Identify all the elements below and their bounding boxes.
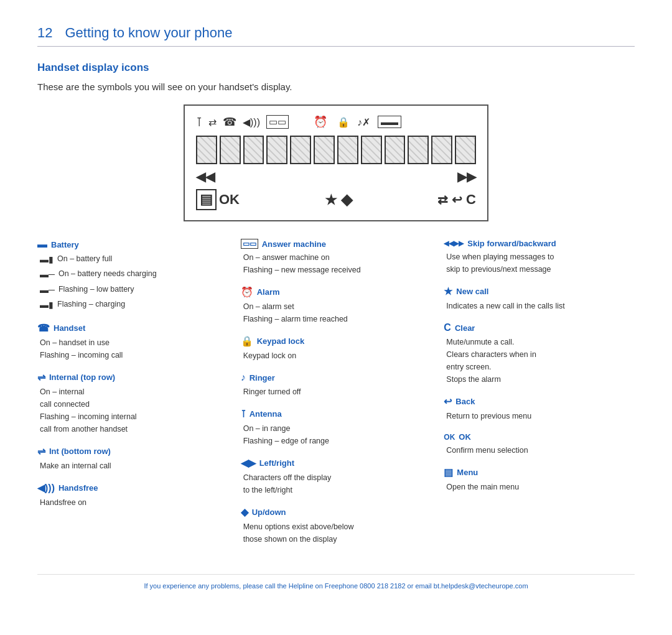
display-segments-row — [196, 136, 476, 164]
ringer-display-icon: ♪✗ — [357, 116, 370, 128]
seg-char-4 — [266, 136, 287, 164]
clear-icon: C — [444, 322, 451, 333]
group-left-right: ◀▶ Left/right Characters off the display… — [241, 457, 432, 496]
seg-char-3 — [243, 136, 264, 164]
nav-right-arrows: ▶▶ — [457, 169, 476, 184]
int-bottom-body: Make an internal call — [37, 460, 228, 472]
int-arrows-display: ⇄ — [437, 192, 448, 207]
handset-title: ☎ Handset — [37, 322, 228, 334]
up-down-body: Menu options exist above/below those sho… — [241, 521, 432, 545]
clear-display: C — [466, 192, 476, 208]
alarm-body: On – alarm set Flashing – alarm time rea… — [241, 300, 432, 325]
back-icon: ↩ — [444, 396, 452, 407]
section-title: Handset display icons — [37, 62, 635, 74]
seg-char-9 — [385, 136, 406, 164]
content-area: ▬ Battery ▬▮ On – battery full ▬─ On – b… — [37, 239, 635, 555]
antenna-display-icon: ⊺ — [196, 114, 202, 129]
group-ok: OK OK Confirm menu selection — [444, 432, 635, 457]
display-icons-row: ⊺ ⇄ ☎ ◀))) ▭▭ ⏰ 🔒 ♪✗ ▬▬ — [196, 114, 476, 129]
ok-title: OK OK — [444, 432, 635, 442]
display-bottom-row: ▤ OK ★ ◆ ⇄ ↩ C — [196, 189, 476, 210]
lock-display-icon: 🔒 — [337, 116, 350, 128]
alarm-icon: ⏰ — [241, 286, 253, 298]
battery-item-2: ▬─ On – battery needs charging — [40, 267, 228, 281]
handset-body: On – handset in use Flashing – incoming … — [37, 336, 228, 361]
battery-charging-icon: ▬▮ — [40, 298, 54, 312]
page-footer: If you experience any problems, please c… — [37, 574, 635, 590]
group-handsfree: ◀))) Handsfree Handsfree on — [37, 482, 228, 509]
middle-column: ▭▭ Answer machine On – answer machine on… — [241, 239, 432, 555]
display-bottom-left: ▤ OK — [196, 189, 240, 210]
skip-title: ◀◀▶▶ Skip forward/backward — [444, 239, 635, 248]
new-call-icon: ★ — [444, 285, 452, 297]
answerphone-display-icon: ▭▭ — [266, 115, 289, 129]
seg-char-11 — [431, 136, 452, 164]
internal-top-icon: ⇌ — [37, 371, 45, 383]
ringer-title: ♪ Ringer — [241, 372, 432, 383]
display-bottom-center: ★ ◆ — [325, 191, 352, 208]
group-new-call: ★ New call Indicates a new call in the c… — [444, 285, 635, 312]
handsfree-icon: ◀))) — [37, 482, 55, 494]
group-antenna: ⊺ Antenna On – in range Flashing – edge … — [241, 408, 432, 447]
int-bottom-icon: ⇌ — [37, 445, 45, 457]
clear-body: Mute/unmute a call. Clears characters wh… — [444, 336, 635, 386]
int-bottom-title: ⇌ Int (bottom row) — [37, 445, 228, 457]
back-body: Return to previous menu — [444, 410, 635, 422]
battery-needs-icon: ▬─ — [40, 267, 55, 281]
antenna-title: ⊺ Antenna — [241, 408, 432, 420]
seg-char-7 — [337, 136, 358, 164]
diamond-display: ◆ — [341, 191, 352, 208]
alarm-display-icon: ⏰ — [314, 115, 327, 129]
seg-char-2 — [220, 136, 241, 164]
internal-top-body: On – internal call connected Flashing – … — [37, 386, 228, 435]
antenna-body: On – in range Flashing – edge of range — [241, 422, 432, 447]
menu-icon: ▤ — [444, 466, 453, 478]
page-header: 12 Getting to know your phone — [37, 25, 635, 41]
battery-item-4: ▬▮ Flashing – charging — [40, 298, 228, 312]
battery-body: ▬▮ On – battery full ▬─ On – battery nee… — [37, 253, 228, 312]
skip-icon: ◀◀▶▶ — [444, 239, 464, 248]
new-call-title: ★ New call — [444, 285, 635, 297]
battery-item-3: ▬─ Flashing – low battery — [40, 283, 228, 297]
group-ringer: ♪ Ringer Ringer turned off — [241, 372, 432, 398]
group-up-down: ◆ Up/down Menu options exist above/below… — [241, 506, 432, 545]
answer-machine-icon: ▭▭ — [241, 239, 258, 249]
group-keypad-lock: 🔒 Keypad lock Keypad lock on — [241, 335, 432, 362]
clear-title: C Clear — [444, 322, 635, 333]
ok-display: OK — [219, 192, 240, 208]
page: 12 Getting to know your phone Handset di… — [0, 0, 672, 602]
seg-char-1 — [196, 136, 217, 164]
antenna-icon: ⊺ — [241, 408, 246, 420]
seg-char-12 — [455, 136, 476, 164]
star-display: ★ — [325, 192, 337, 208]
menu-title: ▤ Menu — [444, 466, 635, 478]
group-back: ↩ Back Return to previous menu — [444, 396, 635, 422]
left-right-icon: ◀▶ — [241, 457, 256, 469]
up-down-title: ◆ Up/down — [241, 506, 432, 518]
battery-title: ▬ Battery — [37, 239, 228, 250]
left-right-body: Characters off the display to the left/r… — [241, 471, 432, 496]
header-divider — [37, 46, 635, 47]
answer-machine-body: On – answer machine on Flashing – new me… — [241, 251, 432, 276]
seg-char-8 — [361, 136, 382, 164]
speaker-display-icon: ◀))) — [243, 116, 260, 128]
page-title: Getting to know your phone — [65, 25, 232, 41]
ringer-body: Ringer turned off — [241, 386, 432, 398]
battery-full-icon: ▬▮ — [40, 253, 54, 266]
ringer-icon: ♪ — [241, 372, 246, 383]
handsfree-title: ◀))) Handsfree — [37, 482, 228, 494]
seg-char-5 — [290, 136, 311, 164]
arrows-display-icon: ⇄ — [208, 116, 217, 128]
group-handset: ☎ Handset On – handset in use Flashing –… — [37, 322, 228, 361]
keypad-lock-body: Keypad lock on — [241, 350, 432, 362]
new-call-body: Indicates a new call in the calls list — [444, 300, 635, 312]
group-clear: C Clear Mute/unmute a call. Clears chara… — [444, 322, 635, 386]
up-down-icon: ◆ — [241, 506, 248, 518]
group-answer-machine: ▭▭ Answer machine On – answer machine on… — [241, 239, 432, 276]
left-right-title: ◀▶ Left/right — [241, 457, 432, 469]
handset-display-illustration: ⊺ ⇄ ☎ ◀))) ▭▭ ⏰ 🔒 ♪✗ ▬▬ ◀◀ — [184, 104, 488, 221]
battery-item-1: ▬▮ On – battery full — [40, 253, 228, 266]
ok-body: Confirm menu selection — [444, 444, 635, 457]
alarm-title: ⏰ Alarm — [241, 286, 432, 298]
seg-char-10 — [408, 136, 429, 164]
